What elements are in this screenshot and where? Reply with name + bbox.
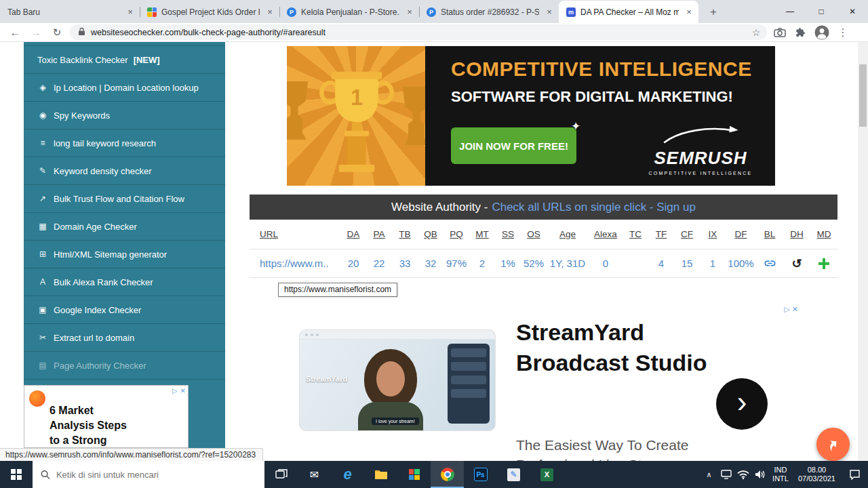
adchoices-icon[interactable]: ▷ — [172, 387, 178, 394]
tab-close-icon[interactable]: × — [264, 7, 275, 18]
address-bar[interactable]: websiteseochecker.com/bulk-check-page-au… — [70, 24, 767, 40]
streamyard-video-thumbnail[interactable]: StreamYard I love your stream! — [299, 329, 496, 431]
ad-close-icon[interactable]: ✕ — [792, 305, 798, 314]
url-text[interactable]: websiteseochecker.com/bulk-check-page-au… — [91, 28, 743, 37]
sidebar-ad[interactable]: ▷ ✕ 6 Market Analysis Steps to a Strong — [24, 385, 189, 448]
col-md[interactable]: MD — [810, 220, 837, 249]
ad-next-arrow-button[interactable]: › — [716, 378, 768, 430]
col-tf[interactable]: TF — [648, 220, 674, 249]
col-tc[interactable]: TC — [623, 220, 648, 249]
excel-app-icon[interactable]: X — [530, 461, 564, 488]
photoshop-app-icon[interactable]: Ps — [464, 461, 497, 488]
volume-icon[interactable] — [751, 470, 768, 479]
presenter-face — [376, 361, 405, 396]
signup-link[interactable]: Check all URLs on single click - Sign up — [492, 201, 695, 214]
location-icon: ◈ — [37, 83, 48, 92]
col-bl[interactable]: BL — [756, 220, 783, 249]
sidebar-item-long-tail-keyword[interactable]: ≡ long tail keyword research — [24, 129, 225, 157]
notes-app-icon[interactable]: ✎ — [497, 461, 530, 488]
bookmark-star-icon[interactable]: ☆ — [748, 24, 764, 41]
window-maximize-button[interactable]: □ — [806, 0, 837, 23]
language-indicator[interactable]: IND INTL — [768, 466, 793, 483]
col-df[interactable]: DF — [726, 220, 756, 249]
col-url[interactable]: URL — [254, 220, 340, 249]
new-tab-button[interactable]: + — [704, 3, 723, 22]
sidebar-item-trust-citation-flow[interactable]: ↗ Bulk Trust Flow and Citation Flow — [24, 185, 225, 213]
sidebar-item-extract-url[interactable]: ✂ Extract url to domain — [24, 324, 225, 352]
task-view-button[interactable] — [264, 461, 298, 488]
col-ss[interactable]: SS — [495, 220, 521, 249]
sidebar-item-toxic-backlink-checker[interactable]: Toxic Backlink Checker [NEW] — [24, 46, 225, 74]
vertical-scrollbar[interactable] — [858, 42, 868, 461]
clock[interactable]: 08.00 07/03/2021 — [793, 466, 841, 483]
col-dh[interactable]: DH — [783, 220, 810, 249]
search-input[interactable] — [56, 470, 256, 480]
menu-dots-icon[interactable]: ⋮ — [835, 24, 851, 41]
tab-da-pa-checker-active[interactable]: m DA PA Checker – All Moz m × — [559, 1, 698, 23]
streamyard-ad[interactable]: ▷ ✕ StreamYard I love your stream! Strea… — [288, 305, 798, 461]
col-pa[interactable]: PA — [366, 220, 392, 249]
col-ix[interactable]: IX — [700, 220, 726, 249]
monitor-icon[interactable] — [717, 470, 734, 479]
refresh-icon[interactable]: ↻ — [49, 24, 65, 41]
tab-close-icon[interactable]: × — [544, 7, 555, 18]
tab-new-tab-page[interactable]: Tab Baru × — [0, 1, 140, 23]
tab-gospel-project[interactable]: Gospel Project Kids Order F × — [140, 1, 279, 23]
edge-app-icon[interactable]: e — [331, 461, 364, 488]
col-os[interactable]: OS — [521, 220, 547, 249]
domain-history-icon[interactable]: ↺ — [783, 249, 810, 277]
back-icon[interactable]: ← — [7, 24, 23, 41]
add-more-icon[interactable] — [810, 249, 837, 277]
chrome-app-icon[interactable] — [431, 461, 464, 488]
adchoices-icon[interactable]: ▷ — [784, 305, 789, 314]
tray-chevron-up-icon[interactable]: ∧ — [701, 470, 717, 479]
time-text: 08.00 — [798, 466, 835, 474]
file-explorer-icon[interactable] — [364, 461, 397, 488]
tab-status-order[interactable]: P Status order #286932 - P-S × — [419, 1, 559, 23]
window-minimize-button[interactable]: — — [774, 0, 806, 23]
col-alexa[interactable]: Alexa — [589, 220, 623, 249]
sidebar-item-keyword-density[interactable]: ✎ Keyword density checker — [24, 157, 225, 185]
taskbar-search[interactable] — [33, 461, 264, 488]
col-tb[interactable]: TB — [392, 220, 418, 249]
floating-action-button[interactable] — [816, 428, 850, 461]
col-cf[interactable]: CF — [674, 220, 700, 249]
sidebar-item-ip-location[interactable]: ◈ Ip Location | Domain Location lookup — [24, 74, 225, 102]
sidebar-item-domain-age[interactable]: ▦ Domain Age Checker — [24, 213, 225, 241]
ad-close-icon[interactable]: ✕ — [180, 387, 186, 394]
col-age[interactable]: Age — [547, 220, 589, 249]
scissors-icon: ✂ — [37, 333, 48, 342]
sidebar-item-google-index[interactable]: ▣ Google Index Checker — [24, 296, 225, 324]
extensions-puzzle-icon[interactable] — [793, 24, 809, 41]
scrollbar-thumb[interactable] — [859, 64, 867, 127]
wifi-icon[interactable] — [734, 470, 751, 479]
sidebar-item-spy-keywords[interactable]: ◉ Spy Keywords — [24, 102, 225, 129]
col-mt[interactable]: MT — [469, 220, 495, 249]
tab-close-icon[interactable]: × — [125, 7, 136, 18]
tab-kelola-penjualan[interactable]: P Kelola Penjualan - P-Store.N × — [279, 1, 419, 23]
sidebar-item-sitemap-generator[interactable]: ⊞ Html/XML Sitemap generator — [24, 241, 225, 268]
col-pq[interactable]: PQ — [443, 220, 469, 249]
row-url-link[interactable]: https://www.m.. — [254, 249, 340, 277]
sidebar-item-label: Toxic Backlink Checker — [37, 55, 128, 65]
start-button[interactable] — [0, 461, 33, 488]
profile-avatar[interactable] — [814, 24, 830, 41]
sidebar-item-alexa-rank[interactable]: A Bulk Alexa Rank Checker — [24, 268, 225, 296]
col-qb[interactable]: QB — [418, 220, 443, 249]
join-now-button[interactable]: JOIN NOW FOR FREE! — [451, 127, 576, 164]
tab-close-icon[interactable]: × — [404, 7, 415, 18]
photos-app-icon[interactable] — [397, 461, 431, 488]
screenshot-extension-icon[interactable] — [772, 24, 788, 41]
action-center-icon[interactable] — [841, 469, 868, 480]
col-da[interactable]: DA — [340, 220, 366, 249]
tab-close-icon[interactable]: × — [684, 7, 694, 18]
lock-icon[interactable] — [78, 27, 85, 38]
backlink-link-icon[interactable] — [756, 249, 783, 277]
window-close-button[interactable]: ✕ — [837, 0, 868, 23]
mail-app-icon[interactable]: ✉ — [298, 461, 331, 488]
moz-favicon: m — [566, 7, 576, 17]
semrush-banner-ad[interactable]: 1 COMPETITIVE INTELLIGENCE SOFTWARE FOR … — [287, 46, 775, 186]
banner-content: COMPETITIVE INTELLIGENCE SOFTWARE FOR DI… — [425, 46, 775, 186]
sidebar-item-page-authority-current[interactable]: ▤ Page Authority Checker — [24, 352, 225, 380]
forward-icon[interactable]: → — [28, 24, 44, 41]
